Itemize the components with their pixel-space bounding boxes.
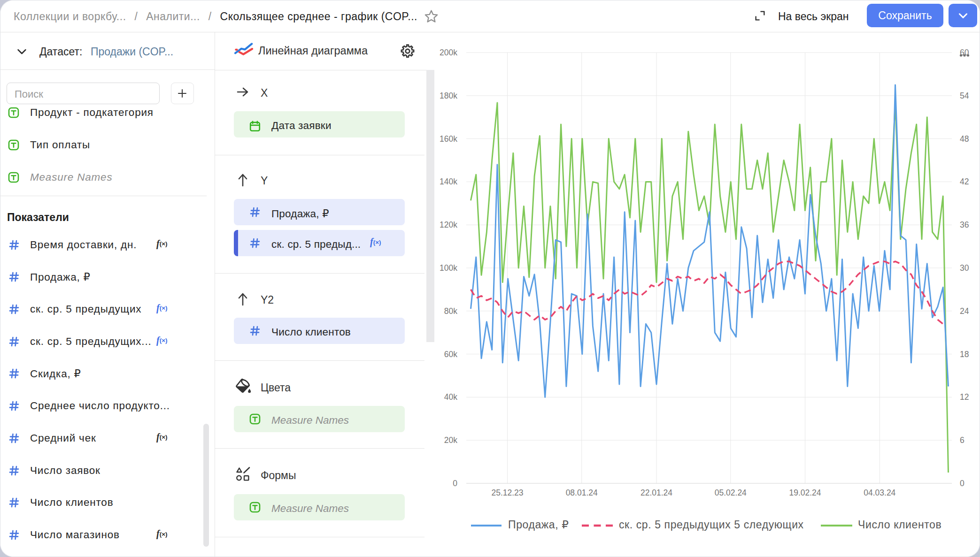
svg-text:Продажа, ₽: Продажа, ₽ <box>508 519 569 531</box>
svg-text:22.01.24: 22.01.24 <box>640 488 672 497</box>
svg-text:120k: 120k <box>440 220 457 229</box>
svg-text:18: 18 <box>960 350 969 359</box>
svg-text:25.12.23: 25.12.23 <box>491 488 523 497</box>
svg-text:6: 6 <box>960 435 965 445</box>
svg-text:36: 36 <box>960 220 969 229</box>
svg-text:20k: 20k <box>444 435 457 445</box>
svg-text:160k: 160k <box>440 134 457 144</box>
svg-text:12: 12 <box>960 392 969 402</box>
svg-text:30: 30 <box>960 263 969 273</box>
svg-text:80k: 80k <box>444 306 457 316</box>
svg-text:19.02.24: 19.02.24 <box>789 488 821 497</box>
svg-text:100k: 100k <box>440 263 457 273</box>
svg-text:0: 0 <box>960 479 965 488</box>
svg-text:0: 0 <box>453 479 457 488</box>
svg-text:60k: 60k <box>444 350 457 359</box>
svg-text:40k: 40k <box>444 392 457 402</box>
svg-text:54: 54 <box>960 91 969 100</box>
svg-text:08.01.24: 08.01.24 <box>566 488 598 497</box>
svg-text:ск. ср. 5 предыдущих 5 следующ: ск. ср. 5 предыдущих 5 следующих <box>619 519 804 531</box>
svg-text:42: 42 <box>960 177 969 186</box>
svg-text:24: 24 <box>960 306 969 316</box>
svg-text:180k: 180k <box>440 91 457 100</box>
svg-text:48: 48 <box>960 134 969 144</box>
svg-text:Число клиентов: Число клиентов <box>858 519 941 531</box>
svg-text:140k: 140k <box>440 177 457 186</box>
svg-text:200k: 200k <box>440 48 457 57</box>
svg-text:05.02.24: 05.02.24 <box>715 488 747 497</box>
svg-text:04.03.24: 04.03.24 <box>864 488 895 497</box>
